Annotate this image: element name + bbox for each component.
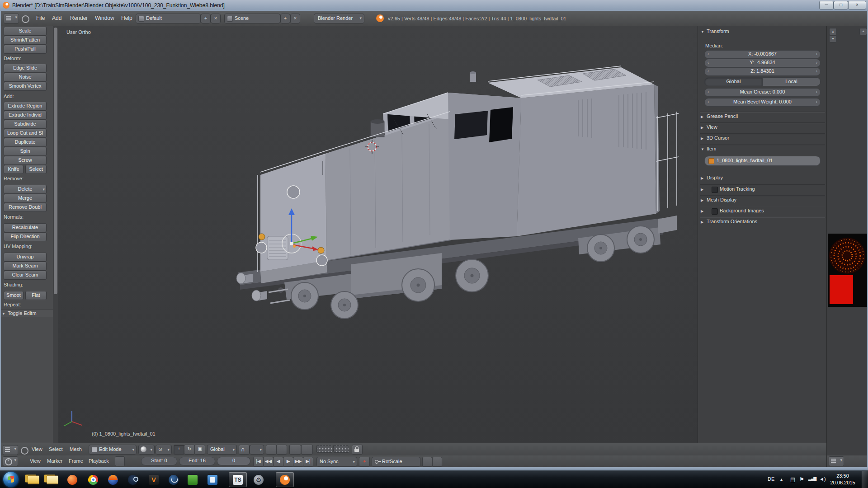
preview-range-button[interactable]: [115, 456, 125, 466]
transform-orientation-selector[interactable]: Global ▾: [207, 445, 237, 455]
taskbar-blender-button[interactable]: [276, 472, 294, 487]
tool-recalculate-button[interactable]: Recalculate: [4, 223, 47, 232]
object-name-field[interactable]: 1_0800_lights_fwdtail_01: [704, 156, 821, 166]
manipulator-scale-button[interactable]: ▣: [194, 445, 205, 455]
tray-volume-icon[interactable]: ◄): [819, 476, 826, 482]
layers-widget-left[interactable]: [316, 445, 332, 453]
viewport-shading-selector[interactable]: ▾: [138, 445, 155, 455]
median-y-slider[interactable]: ‹ Y: -4.96834 ›: [704, 59, 821, 67]
taskbar-v-app-button[interactable]: V: [145, 472, 163, 487]
mode-selector[interactable]: Edit Mode ▾: [89, 445, 137, 455]
grease-pencil-panel-header[interactable]: ▶Grease Pencil: [701, 113, 824, 121]
region-plus-icon[interactable]: +: [859, 28, 867, 35]
taskbar-settings-button[interactable]: ⚙: [250, 472, 268, 487]
frame-end-field[interactable]: End: 16: [179, 457, 215, 465]
tool-shrink-fatten-button[interactable]: Shrink/Fatten: [4, 36, 47, 45]
slider-right-arrow-icon[interactable]: ›: [816, 99, 817, 105]
tool-merge-button[interactable]: Merge: [4, 194, 47, 203]
mesh-display-panel-header[interactable]: ▶Mesh Display: [701, 197, 824, 204]
editor-type-info-button[interactable]: ▾: [4, 14, 19, 23]
taskbar-media-player-button[interactable]: [63, 472, 81, 487]
tool-mark-seam-button[interactable]: Mark Seam: [4, 262, 47, 271]
proportional-edit-button[interactable]: [266, 445, 277, 455]
record-button[interactable]: ●: [359, 457, 370, 467]
tool-smooth-vertex-button[interactable]: Smooth Vertex: [4, 82, 47, 91]
toggle-editmode-panel-header[interactable]: ▼Toggle Editm: [0, 309, 53, 317]
tray-action-center-icon[interactable]: ⚑: [799, 476, 804, 483]
menu-playback[interactable]: Playback: [89, 458, 109, 464]
tray-network-icon[interactable]: ▂▄▆: [808, 476, 816, 481]
slider-left-arrow-icon[interactable]: ‹: [708, 99, 709, 105]
tool-remove-doubles-button[interactable]: Remove Doubl: [4, 203, 47, 212]
slider-left-arrow-icon[interactable]: ‹: [708, 89, 709, 95]
tool-noise-button[interactable]: Noise: [4, 73, 47, 82]
tool-clear-seam-button[interactable]: Clear Seam: [4, 271, 47, 280]
hidden-icons-button[interactable]: ▴: [780, 477, 783, 482]
show-desktop-button[interactable]: [862, 471, 868, 488]
header-pin-icon[interactable]: [22, 15, 29, 23]
menu-mesh[interactable]: Mesh: [70, 446, 82, 452]
taskbar-train-simulator-button[interactable]: TS: [229, 472, 247, 487]
maximize-button[interactable]: □: [834, 1, 848, 9]
tool-extrude-region-button[interactable]: Extrude Region: [4, 102, 47, 111]
taskbar-green-app-button[interactable]: [184, 472, 202, 487]
global-toggle-button[interactable]: Global: [704, 77, 763, 86]
current-frame-field[interactable]: 0: [217, 457, 250, 465]
viewport-3d[interactable]: User Ortho (0) 1_0800_lights_fwdtail_01: [58, 26, 698, 443]
keying-set-field[interactable]: RotScale: [372, 457, 420, 467]
jump-to-end-button[interactable]: ▶|: [303, 457, 313, 467]
menu-view[interactable]: View: [32, 446, 42, 452]
tool-edge-slide-button[interactable]: Edge Slide: [4, 64, 47, 73]
transform-orientations-panel-header[interactable]: ▶Transform Orientations: [701, 219, 824, 226]
menu-help[interactable]: Help: [121, 15, 132, 21]
display-panel-header[interactable]: ▶Display: [701, 175, 824, 182]
menu-select[interactable]: Select: [49, 446, 63, 452]
taskbar-java-app-button[interactable]: [165, 472, 183, 487]
taskbar-chrome-button[interactable]: [84, 472, 102, 487]
local-toggle-button[interactable]: Local: [762, 77, 821, 86]
snap-magnet-button[interactable]: ∪: [239, 445, 250, 455]
background-images-panel-header[interactable]: ▶ Background Images: [701, 208, 824, 215]
add-layout-button[interactable]: +: [201, 14, 211, 23]
taskbar-blue-app-button[interactable]: [203, 472, 222, 487]
header-pin-icon[interactable]: [21, 447, 28, 455]
median-z-slider[interactable]: ‹ Z: 1.84301 ›: [704, 67, 821, 76]
scene-selector[interactable]: Scene: [224, 14, 280, 23]
manipulator-translate-button[interactable]: +: [174, 445, 184, 455]
previous-keyframe-button[interactable]: ◀◀: [263, 457, 274, 467]
tool-subdivide-button[interactable]: Subdivide: [4, 120, 47, 129]
opengl-render-button[interactable]: [289, 445, 301, 455]
snap-element-selector[interactable]: ▾: [250, 445, 264, 455]
editor-type-properties-button[interactable]: ▾: [829, 456, 844, 466]
slider-right-arrow-icon[interactable]: ›: [816, 68, 817, 75]
menu-frame[interactable]: Frame: [69, 458, 83, 464]
taskbar-libraries-button[interactable]: [43, 472, 61, 487]
menu-render[interactable]: Render: [70, 15, 88, 21]
screen-layout-selector[interactable]: Default: [136, 14, 201, 23]
close-button[interactable]: ×: [848, 1, 866, 9]
language-indicator[interactable]: DE: [768, 476, 774, 482]
opengl-render-anim-button[interactable]: [301, 445, 313, 455]
manipulator-rotate-button[interactable]: ↻: [184, 445, 195, 455]
delete-scene-button[interactable]: ×: [290, 14, 300, 23]
sync-mode-selector[interactable]: No Sync ▾: [316, 457, 357, 467]
delete-layout-button[interactable]: ×: [211, 14, 221, 23]
3d-cursor-panel-header[interactable]: ▶3D Cursor: [701, 135, 824, 142]
motion-tracking-panel-header[interactable]: ▶ Motion Tracking: [701, 186, 824, 193]
background-images-checkbox[interactable]: [712, 208, 718, 215]
transform-panel-header[interactable]: ▼Transform: [701, 28, 824, 36]
tray-keyboard-icon[interactable]: ▤: [790, 476, 795, 483]
view-panel-header[interactable]: ▶View: [701, 124, 824, 131]
tool-flip-direction-button[interactable]: Flip Direction: [4, 232, 47, 241]
render-engine-selector[interactable]: Blender Render ▾: [314, 14, 364, 23]
menu-window[interactable]: Window: [95, 15, 114, 21]
menu-add[interactable]: Add: [52, 15, 61, 21]
side-editor-region[interactable]: ▴ ▾ +: [826, 26, 868, 455]
insert-keyframe-button[interactable]: [422, 457, 432, 467]
tool-unwrap-button[interactable]: Unwrap: [4, 253, 47, 262]
occlude-geometry-button[interactable]: [276, 445, 287, 455]
slider-right-arrow-icon[interactable]: ›: [816, 51, 817, 57]
editor-type-timeline-button[interactable]: ▾: [3, 456, 18, 466]
scroll-up-icon[interactable]: ▴: [829, 28, 837, 35]
play-reverse-button[interactable]: ◀: [273, 457, 283, 467]
